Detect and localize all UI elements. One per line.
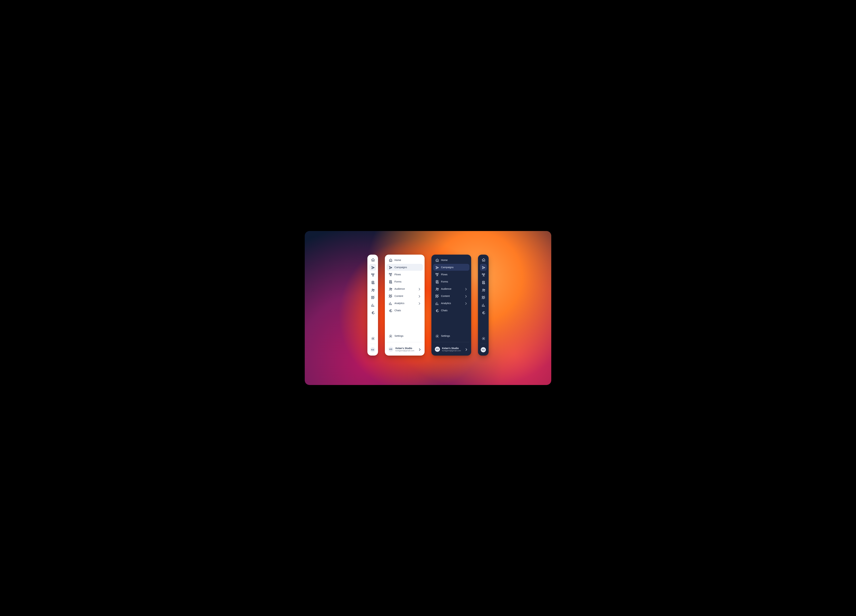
nav-label: Chats <box>441 309 467 312</box>
sidebar-profile[interactable]: KD Ketan's Studio koriigami@gmail.com <box>386 345 423 353</box>
rail-item-audience[interactable]: Audience <box>480 286 487 293</box>
divider <box>370 344 376 344</box>
sidebar-item-flows[interactable]: Flows <box>433 271 470 278</box>
chevron-right-icon <box>464 294 467 298</box>
sidebar-item-analytics[interactable]: Analytics <box>433 300 470 307</box>
forms-icon <box>371 281 374 284</box>
nav-label: Audience <box>441 288 462 290</box>
rail-item-chats[interactable]: Chats <box>480 309 487 316</box>
rail-item-campaigns[interactable]: Campaigns <box>369 264 376 271</box>
rail-item-audience[interactable]: Audience <box>369 286 376 293</box>
rail-item-campaigns[interactable]: Campaigns <box>480 264 487 271</box>
send-icon <box>482 266 485 269</box>
sidebar-item-campaigns[interactable]: Campaigns <box>433 264 470 271</box>
rail-nav-top: Home Campaigns Flows Forms <box>480 257 487 316</box>
rail-item-forms[interactable]: Forms <box>369 279 376 286</box>
home-icon <box>482 258 485 261</box>
chevron-right-icon <box>418 347 421 351</box>
rail-item-content[interactable]: Content <box>480 294 487 301</box>
profile-meta: Ketan's Studio koriigami@gmail.com <box>442 347 462 352</box>
sidebar-item-audience[interactable]: Audience <box>433 286 470 292</box>
nav-label: Campaigns <box>394 266 421 269</box>
sidebar-item-settings[interactable]: Settings <box>386 332 423 339</box>
workspace-name: Ketan's Studio <box>442 347 462 350</box>
sidebar-item-forms[interactable]: Forms <box>386 278 423 285</box>
chevron-right-icon <box>417 294 421 298</box>
dark-theme-pair: Home Campaigns Flows Forms <box>431 255 489 356</box>
flows-icon <box>435 273 439 276</box>
audience-icon <box>435 287 439 290</box>
rail-profile[interactable]: KD <box>481 346 486 353</box>
sidebar-item-flows[interactable]: Flows <box>386 271 423 278</box>
rail-nav-top: Home Campaigns Flows Forms <box>369 257 376 316</box>
sidebar-item-audience[interactable]: Audience <box>386 286 423 292</box>
sidebar-item-campaigns[interactable]: Campaigns <box>386 264 423 271</box>
rail-item-chats[interactable]: Chats <box>369 309 376 316</box>
send-icon <box>389 266 392 269</box>
send-icon <box>435 266 439 269</box>
workspace-email: koriigami@gmail.com <box>442 350 462 352</box>
audience-icon <box>371 288 374 292</box>
rail-item-settings[interactable]: Settings <box>480 335 487 342</box>
rail-item-analytics[interactable]: Analytics <box>369 301 376 308</box>
rail-item-flows[interactable]: Flows <box>480 271 487 278</box>
flows-icon <box>389 273 392 276</box>
sidebar-dark: Home Campaigns Flows Forms <box>431 255 471 356</box>
sidebar-item-forms[interactable]: Forms <box>433 278 470 285</box>
analytics-icon <box>435 301 439 305</box>
settings-icon <box>389 334 392 338</box>
sidebar-item-home[interactable]: Home <box>433 257 470 264</box>
nav-label: Flows <box>394 273 421 276</box>
sidebar-item-chats[interactable]: Chats <box>386 307 423 314</box>
divider <box>480 344 486 344</box>
rail-item-forms[interactable]: Forms <box>480 279 487 286</box>
chats-icon <box>371 311 374 314</box>
nav-label: Analytics <box>394 302 415 304</box>
sidebar-item-chats[interactable]: Chats <box>433 307 470 314</box>
rail-item-content[interactable]: Content <box>369 294 376 301</box>
chevron-right-icon <box>417 301 421 305</box>
wallpaper: Home Campaigns Flows Forms <box>305 231 551 385</box>
sidebar-item-content[interactable]: Content <box>433 293 470 300</box>
sidebar-nav-bottom: Settings KD Ketan's Studio koriigami@gma… <box>386 332 423 353</box>
audience-icon <box>482 288 485 292</box>
sidebar-light: Home Campaigns Flows Forms <box>385 255 425 356</box>
content-icon <box>389 294 392 298</box>
panels-stage: Home Campaigns Flows Forms <box>305 231 551 385</box>
sidebar-item-analytics[interactable]: Analytics <box>386 300 423 307</box>
chevron-right-icon <box>464 347 468 351</box>
avatar: KD <box>388 347 393 352</box>
forms-icon <box>482 281 485 284</box>
analytics-icon <box>371 303 374 307</box>
rail-item-flows[interactable]: Flows <box>369 271 376 278</box>
nav-label: Home <box>394 259 421 261</box>
nav-label: Audience <box>394 288 415 290</box>
nav-label: Content <box>441 295 462 297</box>
chats-icon <box>435 309 439 312</box>
rail-item-settings[interactable]: Settings <box>369 335 376 342</box>
content-icon <box>482 296 485 299</box>
home-icon <box>435 258 439 262</box>
avatar: KD <box>481 347 486 352</box>
chats-icon <box>389 309 392 312</box>
light-theme-pair: Home Campaigns Flows Forms <box>367 255 425 356</box>
settings-icon <box>482 336 485 340</box>
rail-profile[interactable]: KD <box>370 346 375 353</box>
profile-meta: Ketan's Studio koriigami@gmail.com <box>396 347 416 352</box>
sidebar-item-home[interactable]: Home <box>386 257 423 264</box>
rail-item-home[interactable]: Home <box>480 257 487 263</box>
rail-item-analytics[interactable]: Analytics <box>480 301 487 308</box>
sidebar-item-settings[interactable]: Settings <box>433 332 470 339</box>
settings-icon <box>435 334 439 338</box>
chevron-right-icon <box>464 301 467 305</box>
rail-nav-bottom: Settings KD <box>480 335 487 353</box>
sidebar-item-content[interactable]: Content <box>386 293 423 300</box>
analytics-icon <box>389 301 392 305</box>
workspace-email: koriigami@gmail.com <box>396 350 416 352</box>
rail-item-home[interactable]: Home <box>369 257 376 263</box>
analytics-icon <box>482 303 485 307</box>
nav-label: Chats <box>394 309 421 312</box>
settings-icon <box>371 336 374 340</box>
content-icon <box>435 294 439 298</box>
sidebar-profile[interactable]: KD Ketan's Studio koriigami@gmail.com <box>433 345 470 353</box>
